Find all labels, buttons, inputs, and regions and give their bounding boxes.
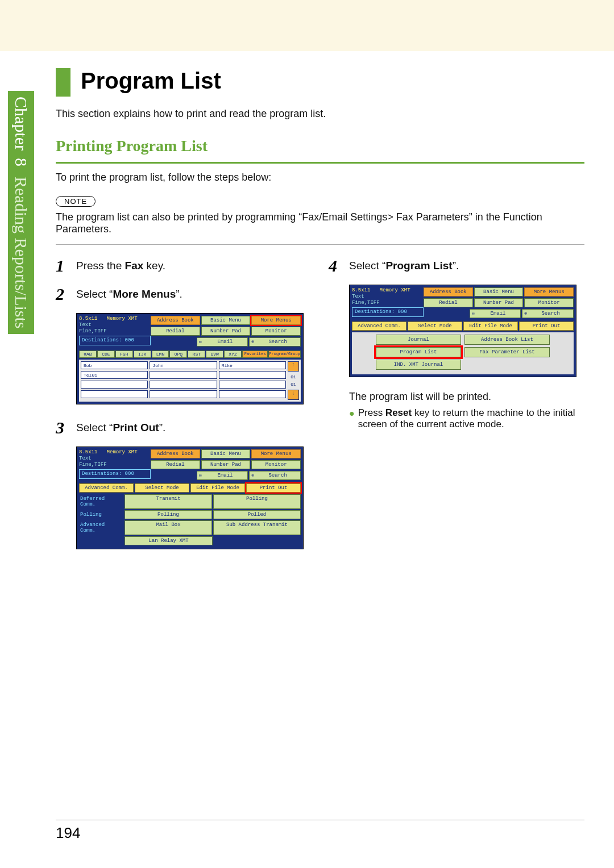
- title-bar: Program List: [56, 68, 584, 97]
- basic-menu-button[interactable]: Basic Menu: [201, 316, 251, 325]
- mail-box-button[interactable]: Mail Box: [125, 520, 212, 535]
- alpha-tab[interactable]: FGH: [115, 350, 133, 358]
- select-mode-tab[interactable]: Select Mode: [135, 483, 189, 493]
- number-pad-button[interactable]: Number Pad: [201, 460, 251, 469]
- address-book-list-button[interactable]: Address Book List: [464, 335, 550, 345]
- entry-button[interactable]: [219, 371, 286, 379]
- select-mode-tab[interactable]: Select Mode: [408, 322, 462, 331]
- alpha-tab[interactable]: XYZ: [224, 350, 242, 358]
- destinations-row[interactable]: Destinations: 000: [79, 336, 151, 345]
- monitor-button[interactable]: Monitor: [251, 460, 301, 469]
- screen-header: 8.5x11 Memory XMT Text Fine,TIFF Destina…: [79, 449, 301, 482]
- memory-mode: Memory XMT: [107, 316, 138, 322]
- print-out-tab[interactable]: Print Out: [519, 322, 574, 331]
- advanced-comm-tab[interactable]: Advanced Comm.: [352, 322, 406, 331]
- redial-button[interactable]: Redial: [151, 327, 200, 336]
- polling-button[interactable]: Polling: [213, 494, 301, 509]
- address-book-button[interactable]: Address Book: [424, 287, 473, 297]
- search-button[interactable]: Search: [249, 471, 301, 480]
- fax-parameter-list-button[interactable]: Fax Parameter List: [464, 347, 550, 357]
- scroll-up-icon[interactable]: ↑: [288, 361, 299, 372]
- entry-button[interactable]: [219, 390, 286, 398]
- entry-button[interactable]: [150, 390, 217, 398]
- entry-button[interactable]: Mike: [219, 361, 286, 369]
- mode-text: Text: [79, 456, 92, 461]
- step-text-post: ”.: [453, 260, 459, 272]
- edit-file-mode-tab[interactable]: Edit File Mode: [463, 322, 518, 331]
- polling-button[interactable]: Polling: [125, 510, 212, 519]
- alpha-tabs: #AB CDE FGH IJK LMN OPQ RST UVW XYZ Favo…: [79, 350, 301, 358]
- step-number: 2: [56, 285, 76, 304]
- screen-buttons: Address Book Basic Menu More Menus Redia…: [151, 316, 301, 348]
- alpha-tab[interactable]: RST: [188, 350, 205, 358]
- alpha-tab[interactable]: LMN: [152, 350, 169, 358]
- memory-mode: Memory XMT: [380, 287, 410, 293]
- page-content: Program List This section explains how t…: [56, 68, 584, 563]
- step-number: 4: [329, 256, 349, 276]
- transmit-button[interactable]: Transmit: [125, 494, 212, 509]
- basic-menu-button[interactable]: Basic Menu: [474, 287, 524, 297]
- number-pad-button[interactable]: Number Pad: [474, 298, 524, 307]
- polled-button[interactable]: Polled: [213, 510, 301, 519]
- alpha-tab[interactable]: UVW: [206, 350, 223, 358]
- basic-menu-button[interactable]: Basic Menu: [201, 449, 251, 458]
- option-label: [79, 536, 123, 545]
- screen-buttons: Address Book Basic Menu More Menus Redia…: [424, 287, 574, 320]
- search-button[interactable]: Search: [249, 337, 301, 347]
- sub-address-transmit-button[interactable]: Sub Address Transmit: [213, 520, 301, 535]
- search-button[interactable]: Search: [522, 309, 574, 318]
- entry-button[interactable]: [81, 390, 148, 398]
- destinations-row[interactable]: Destinations: 000: [352, 307, 424, 317]
- email-button[interactable]: Email: [197, 337, 248, 347]
- entry-button[interactable]: [81, 381, 148, 389]
- email-button[interactable]: Email: [470, 309, 521, 318]
- alpha-tab[interactable]: CDE: [97, 350, 115, 358]
- program-group-tab[interactable]: Program/Group: [268, 350, 301, 358]
- more-menus-button[interactable]: More Menus: [524, 287, 574, 297]
- chapter-tab-label: Chapter 8 Reading Reports/Lists: [8, 91, 34, 334]
- screen-status: 8.5x11 Memory XMT Text Fine,TIFF Destina…: [79, 449, 151, 482]
- chapter-number: 8: [12, 158, 31, 166]
- ind-xmt-journal-button[interactable]: IND. XMT Journal: [376, 360, 461, 370]
- fax-screen-program-list: 8.5x11 Memory XMT Text Fine,TIFF Destina…: [349, 285, 576, 377]
- alpha-tab[interactable]: OPQ: [169, 350, 187, 358]
- entry-button[interactable]: Bob: [81, 361, 148, 369]
- address-book-button[interactable]: Address Book: [151, 316, 200, 325]
- mode-fine: Fine,TIFF: [352, 300, 380, 306]
- lan-relay-xmt-button[interactable]: Lan Relay XMT: [125, 536, 213, 545]
- program-list-button[interactable]: Program List: [376, 347, 461, 357]
- alpha-tab[interactable]: IJK: [134, 350, 151, 358]
- email-button[interactable]: Email: [197, 471, 248, 480]
- monitor-button[interactable]: Monitor: [251, 327, 301, 336]
- footer-rule: [56, 820, 584, 820]
- monitor-button[interactable]: Monitor: [524, 298, 574, 307]
- edit-file-mode-tab[interactable]: Edit File Mode: [190, 483, 245, 493]
- screen-status: 8.5x11 Memory XMT Text Fine,TIFF Destina…: [352, 287, 424, 320]
- alpha-tab[interactable]: #AB: [79, 350, 97, 358]
- paper-size: 8.5x11: [79, 316, 97, 322]
- blank: [464, 360, 550, 370]
- more-menus-button[interactable]: More Menus: [251, 449, 301, 458]
- entry-button[interactable]: Tel01: [81, 371, 148, 379]
- advanced-comm-tab[interactable]: Advanced Comm.: [79, 483, 134, 493]
- entry-button[interactable]: [150, 371, 217, 379]
- paper-size: 8.5x11: [79, 449, 97, 455]
- section-lead-text: To print the program list, follow the st…: [56, 172, 584, 183]
- favorites-tab[interactable]: Favorites: [242, 350, 268, 358]
- redial-button[interactable]: Redial: [151, 460, 200, 469]
- address-book-button[interactable]: Address Book: [151, 449, 200, 458]
- page-top-band: [0, 0, 614, 51]
- entry-button[interactable]: John: [150, 361, 217, 369]
- print-out-tab[interactable]: Print Out: [246, 483, 301, 493]
- scroll-down-icon[interactable]: ↓: [288, 390, 299, 400]
- entry-button[interactable]: [219, 381, 286, 389]
- journal-button[interactable]: Journal: [376, 335, 461, 345]
- option-label: Advanced Comm.: [79, 520, 123, 535]
- destinations-row[interactable]: Destinations: 000: [79, 469, 151, 479]
- number-pad-button[interactable]: Number Pad: [201, 327, 251, 336]
- step-text: Select “More Menus”.: [76, 285, 182, 301]
- entry-button[interactable]: [150, 381, 217, 389]
- redial-button[interactable]: Redial: [424, 298, 473, 307]
- left-column: 1 Press the Fax key. 2 Select “More Menu…: [56, 256, 306, 563]
- more-menus-button[interactable]: More Menus: [251, 316, 301, 325]
